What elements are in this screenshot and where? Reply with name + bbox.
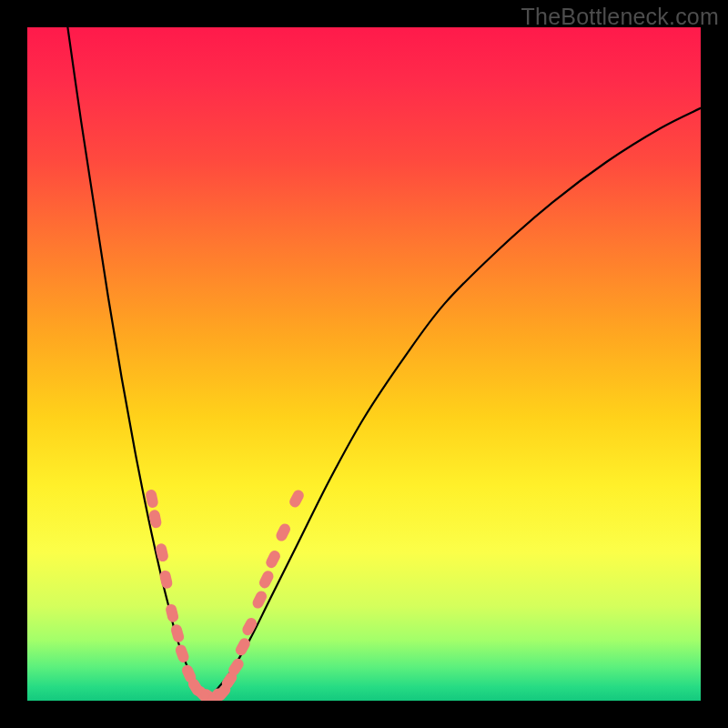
marker-point: [174, 643, 190, 664]
marker-point: [170, 623, 186, 644]
marker-point: [264, 549, 282, 570]
marker-point: [288, 488, 306, 509]
curve-layer: [27, 27, 701, 701]
marker-group: [145, 488, 306, 701]
bottleneck-curve: [67, 27, 701, 698]
credit-text: TheBottleneck.com: [521, 4, 719, 30]
marker-point: [165, 603, 179, 623]
plot-area: [27, 27, 701, 701]
chart-stage: TheBottleneck.com: [0, 0, 728, 728]
marker-point: [274, 521, 292, 542]
marker-point: [258, 569, 276, 590]
marker-point: [145, 489, 159, 509]
bottleneck-path: [67, 27, 701, 698]
